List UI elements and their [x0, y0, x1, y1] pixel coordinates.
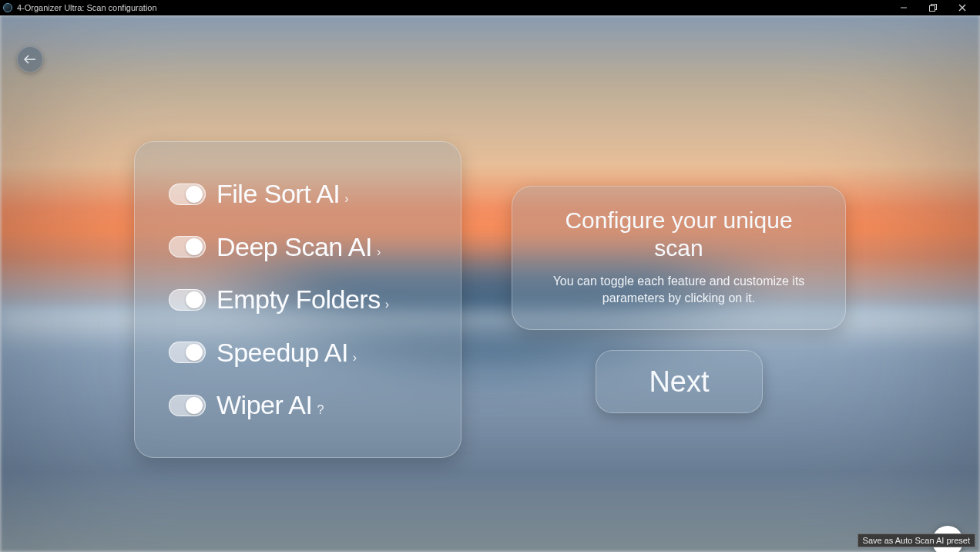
info-subtitle: You can toggle each feature and customiz… — [540, 273, 817, 306]
feature-row-file-sort: File Sort AI › — [169, 179, 427, 209]
maximize-button[interactable] — [918, 0, 948, 15]
minimize-button[interactable] — [889, 0, 918, 15]
info-title: Configure your unique scan — [540, 207, 817, 262]
feature-text: Speedup AI — [216, 338, 348, 368]
feature-text: File Sort AI — [216, 179, 340, 209]
save-preset-tooltip: Save as Auto Scan AI preset — [858, 533, 975, 547]
feature-label-file-sort[interactable]: File Sort AI › — [216, 179, 348, 209]
feature-label-wiper[interactable]: Wiper AI ? — [216, 390, 324, 420]
toggle-file-sort[interactable] — [169, 183, 206, 205]
feature-label-empty-folders[interactable]: Empty Folders › — [216, 284, 389, 315]
back-button[interactable] — [17, 46, 43, 72]
next-button[interactable]: Next — [596, 350, 763, 413]
help-icon: ? — [317, 403, 323, 417]
feature-text: Wiper AI — [216, 390, 312, 420]
close-button[interactable] — [948, 0, 977, 15]
chevron-right-icon: › — [353, 351, 357, 365]
svg-rect-2 — [930, 6, 935, 12]
chevron-right-icon: › — [344, 192, 348, 206]
feature-row-empty-folders: Empty Folders › — [169, 284, 427, 315]
feature-label-speedup[interactable]: Speedup AI › — [216, 338, 357, 368]
feature-row-speedup: Speedup AI › — [169, 338, 427, 368]
feature-text: Deep Scan AI — [216, 232, 372, 262]
feature-row-deep-scan: Deep Scan AI › — [169, 232, 427, 262]
background: File Sort AI › Deep Scan AI › Empty Fold… — [0, 15, 980, 552]
feature-label-deep-scan[interactable]: Deep Scan AI › — [216, 232, 381, 262]
info-card: Configure your unique scan You can toggl… — [512, 186, 846, 330]
chevron-right-icon: › — [385, 298, 389, 311]
next-button-label: Next — [649, 365, 709, 399]
toggle-empty-folders[interactable] — [169, 289, 206, 311]
toggle-deep-scan[interactable] — [169, 236, 206, 257]
window-title: 4-Organizer Ultra: Scan configuration — [17, 3, 157, 12]
toggle-speedup[interactable] — [169, 342, 206, 363]
titlebar: 4-Organizer Ultra: Scan configuration — [0, 0, 980, 15]
toggle-wiper[interactable] — [169, 395, 206, 416]
app-icon — [3, 3, 12, 12]
chevron-right-icon: › — [377, 245, 381, 259]
arrow-left-icon — [24, 55, 36, 64]
feature-text: Empty Folders — [216, 284, 381, 315]
features-card: File Sort AI › Deep Scan AI › Empty Fold… — [134, 141, 461, 458]
feature-row-wiper: Wiper AI ? — [169, 390, 427, 420]
